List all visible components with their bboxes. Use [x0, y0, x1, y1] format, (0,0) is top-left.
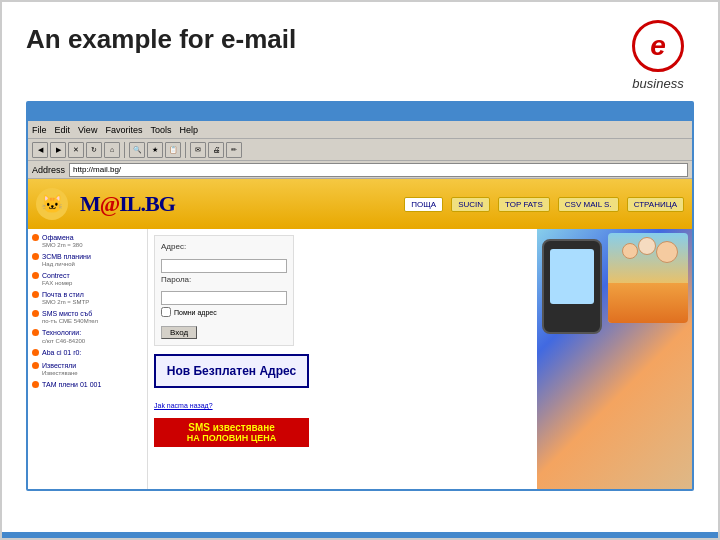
sidebar-subtext: SMO 2m = 380: [42, 242, 83, 248]
browser-menu: File Edit View Favorites Tools Help: [32, 125, 198, 135]
menu-tools[interactable]: Tools: [150, 125, 171, 135]
sms-banner-line1: SMS известяване: [158, 422, 305, 433]
sidebar-bullet-icon: [32, 329, 39, 336]
mail-button[interactable]: ✉: [190, 142, 206, 158]
mail-sidebar: Офамена SMO 2m = 380 ЗСМВ планини Над ли…: [28, 229, 148, 489]
sidebar-text: Известяли: [42, 361, 78, 370]
login-remember-checkbox[interactable]: [161, 307, 171, 317]
mail-body: Офамена SMO 2m = 380 ЗСМВ планини Над ли…: [28, 229, 692, 489]
login-remember-row: Помни адрес: [161, 307, 287, 317]
new-address-title: Нов Безплатен Адрес: [164, 364, 299, 378]
sms-banner: SMS известяване НА ПОЛОВИН ЦЕНА: [154, 418, 309, 447]
edit-button[interactable]: ✏: [226, 142, 242, 158]
address-input[interactable]: [69, 163, 688, 177]
person-face-3: [622, 243, 638, 259]
sidebar-item: Технологии: с/ют С46-84200: [32, 328, 143, 343]
person-face-2: [638, 237, 656, 255]
sidebar-subtext: SMO 2m = SMTP: [42, 299, 89, 305]
slide: An example for e-mail e business mail.BG…: [0, 0, 720, 540]
sidebar-item: Aba ci 01 r0:: [32, 348, 143, 357]
sidebar-item: ТАМ плени 01 001: [32, 380, 143, 389]
sidebar-text: Aba ci 01 r0:: [42, 348, 81, 357]
people-body: [608, 283, 688, 323]
browser-menubar: File Edit View Favorites Tools Help: [28, 121, 692, 139]
login-remember-label: Помни адрес: [174, 309, 217, 316]
sidebar-bullet-icon: [32, 272, 39, 279]
sidebar-item: Contrecт FAX номер: [32, 271, 143, 286]
sidebar-subtext: по-тъ СМЕ 540Мтел: [42, 318, 98, 324]
browser-window: mail.BG - Microsoft Internet Explorer Fi…: [26, 101, 694, 491]
mail-main: Адрес: Парола: Помни адрес Вход Нов Безп…: [148, 229, 537, 489]
security-icon: 🌐: [674, 491, 688, 492]
ebusiness-label: business: [632, 76, 683, 91]
sms-banner-line2: НА ПОЛОВИН ЦЕНА: [158, 433, 305, 443]
sidebar-bullet-icon: [32, 234, 39, 241]
sidebar-subtext: FAX номер: [42, 280, 72, 286]
sidebar-bullet-icon: [32, 253, 39, 260]
back-button[interactable]: ◀: [32, 142, 48, 158]
login-address-input[interactable]: [161, 259, 287, 273]
nav-sucin[interactable]: SUCIN: [451, 197, 490, 212]
login-password-label: Парола:: [161, 275, 287, 284]
slide-title: An example for e-mail: [26, 24, 296, 55]
nav-home[interactable]: ПОЩА: [404, 197, 443, 212]
nav-top[interactable]: TOP FATS: [498, 197, 550, 212]
menu-view[interactable]: View: [78, 125, 97, 135]
sidebar-bullet-icon: [32, 349, 39, 356]
sidebar-subtext: Над личной: [42, 261, 91, 267]
login-section: Адрес: Парола: Помни адрес Вход: [154, 235, 294, 346]
address-label: Address: [32, 165, 65, 175]
menu-favorites[interactable]: Favorites: [105, 125, 142, 135]
history-button[interactable]: 📋: [165, 142, 181, 158]
sidebar-text: SMS мисто съб: [42, 309, 98, 318]
nav-csv[interactable]: CSV MAIL S.: [558, 197, 619, 212]
sidebar-text: Технологии:: [42, 328, 85, 337]
person-face-1: [656, 241, 678, 263]
address-bar: Address: [28, 161, 692, 179]
slide-header: An example for e-mail e business: [2, 2, 718, 101]
stop-button[interactable]: ✕: [68, 142, 84, 158]
browser-titlebar: mail.BG - Microsoft Internet Explorer: [28, 103, 692, 121]
search-button[interactable]: 🔍: [129, 142, 145, 158]
menu-help[interactable]: Help: [179, 125, 198, 135]
toolbar-separator: [124, 142, 125, 158]
jak-link[interactable]: Jak nacma назад?: [154, 402, 213, 409]
sidebar-bullet-icon: [32, 310, 39, 317]
sidebar-item: Известяли Известяване: [32, 361, 143, 376]
browser-title: mail.BG - Microsoft Internet Explorer: [32, 107, 189, 117]
mail-content: 🐱 M@IL.BG ПОЩА SUCIN TOP FATS CSV MAIL S…: [28, 179, 692, 489]
sidebar-bullet-icon: [32, 362, 39, 369]
refresh-button[interactable]: ↻: [86, 142, 102, 158]
ebusiness-circle-icon: e: [632, 20, 684, 72]
mail-logo: M@IL.BG: [80, 191, 175, 217]
sidebar-subtext: Известяване: [42, 370, 78, 376]
login-submit-button[interactable]: Вход: [161, 326, 197, 339]
mail-header: 🐱 M@IL.BG ПОЩА SUCIN TOP FATS CSV MAIL S…: [28, 179, 692, 229]
jak-link-wrapper: Jak nacma назад?: [154, 394, 531, 412]
phone-illustration: [542, 239, 602, 334]
browser-statusbar: Done 🌐: [28, 489, 692, 491]
mail-nav: ПОЩА SUCIN TOP FATS CSV MAIL S. СТРАНИЦА: [404, 197, 684, 212]
slide-bottom-border: [2, 532, 718, 538]
ebusiness-logo: e business: [632, 20, 684, 91]
sidebar-text: ЗСМВ планини: [42, 252, 91, 261]
sidebar-text: ТАМ плени 01 001: [42, 380, 101, 389]
mail-right-image: [537, 229, 692, 489]
login-password-input[interactable]: [161, 291, 287, 305]
cat-mascot-icon: 🐱: [36, 188, 68, 220]
menu-edit[interactable]: Edit: [55, 125, 71, 135]
sidebar-bullet-icon: [32, 381, 39, 388]
print-button[interactable]: 🖨: [208, 142, 224, 158]
sidebar-bullet-icon: [32, 291, 39, 298]
sidebar-text: Офамена: [42, 233, 83, 242]
new-address-section: Нов Безплатен Адрес: [154, 354, 309, 388]
nav-page[interactable]: СТРАНИЦА: [627, 197, 684, 212]
menu-file[interactable]: File: [32, 125, 47, 135]
favorites-button[interactable]: ★: [147, 142, 163, 158]
home-button[interactable]: ⌂: [104, 142, 120, 158]
phone-screen: [550, 249, 594, 304]
forward-button[interactable]: ▶: [50, 142, 66, 158]
sidebar-item: ЗСМВ планини Над личной: [32, 252, 143, 267]
login-address-label: Адрес:: [161, 242, 287, 251]
people-illustration: [608, 233, 688, 323]
